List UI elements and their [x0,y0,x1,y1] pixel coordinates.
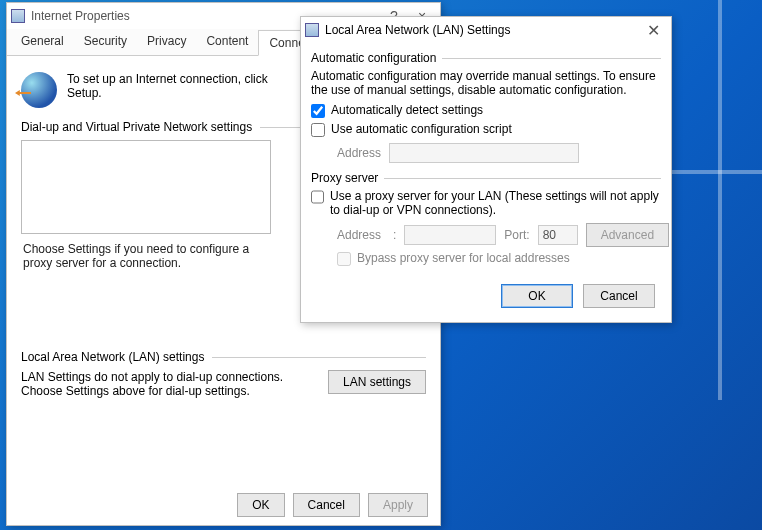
lan-window-title: Local Area Network (LAN) Settings [325,23,510,37]
ok-button[interactable]: OK [237,493,284,517]
choose-settings-text: Choose Settings if you need to configure… [23,242,273,270]
tab-general[interactable]: General [11,29,74,55]
setup-text: To set up an Internet connection, click … [67,72,287,100]
auto-address-input [389,143,579,163]
proxy-port-label: Port: [504,228,529,242]
dialup-section-label: Dial-up and Virtual Private Network sett… [21,120,252,134]
tab-content[interactable]: Content [196,29,258,55]
auto-detect-label: Automatically detect settings [331,103,483,117]
lan-title-bar: Local Area Network (LAN) Settings ✕ [301,17,671,43]
lan-dialog-footer: OK Cancel [301,274,671,322]
proxy-address-label: Address [337,228,385,242]
tab-security[interactable]: Security [74,29,137,55]
bypass-checkbox [337,252,351,266]
lan-settings-button[interactable]: LAN settings [328,370,426,394]
cancel-button[interactable]: Cancel [293,493,360,517]
proxy-label: Proxy server [311,171,378,185]
dialog-footer: OK Cancel Apply [237,493,428,517]
use-proxy-label: Use a proxy server for your LAN (These s… [330,189,661,217]
lan-settings-icon [305,23,319,37]
auto-config-blurb: Automatic configuration may override man… [311,69,661,97]
auto-detect-checkbox[interactable] [311,104,325,118]
lan-cancel-button[interactable]: Cancel [583,284,655,308]
close-icon[interactable]: ✕ [639,21,667,40]
advanced-button: Advanced [586,223,669,247]
internet-options-icon [11,9,25,23]
bypass-label: Bypass proxy server for local addresses [357,251,570,265]
lan-section-label: Local Area Network (LAN) settings [21,350,204,364]
apply-button[interactable]: Apply [368,493,428,517]
lan-ok-button[interactable]: OK [501,284,573,308]
proxy-address-input [404,225,496,245]
lan-settings-window: Local Area Network (LAN) Settings ✕ Auto… [300,16,672,323]
auto-address-label: Address [337,146,381,160]
automatic-configuration-group: Automatic configuration Automatic config… [311,51,661,163]
auto-script-checkbox[interactable] [311,123,325,137]
window-title: Internet Properties [31,9,130,23]
lan-help-text: LAN Settings do not apply to dial-up con… [21,370,316,398]
use-proxy-checkbox[interactable] [311,190,324,204]
proxy-port-input [538,225,578,245]
auto-script-label: Use automatic configuration script [331,122,512,136]
auto-config-label: Automatic configuration [311,51,436,65]
globe-icon [21,72,57,108]
dialup-list[interactable] [21,140,271,234]
proxy-server-group: Proxy server Use a proxy server for your… [311,171,661,266]
tab-privacy[interactable]: Privacy [137,29,196,55]
